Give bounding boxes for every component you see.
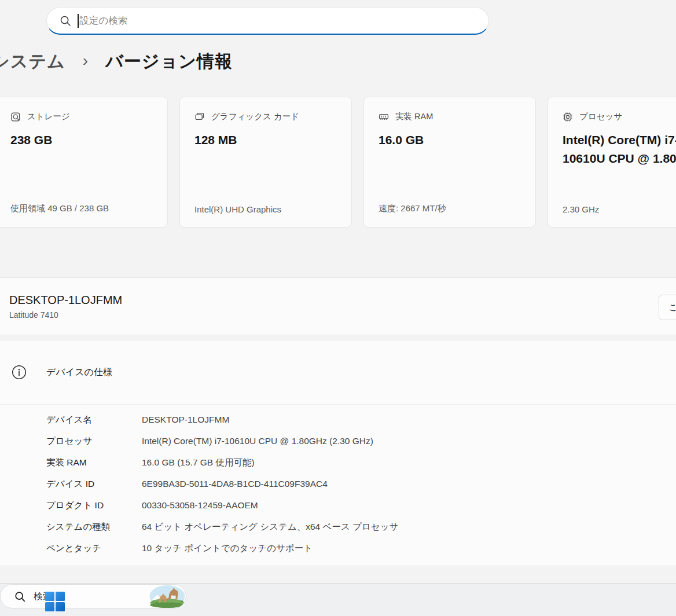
search-placeholder: 設定の検索	[80, 14, 128, 27]
spec-value: 10 タッチ ポイントでのタッチのサポート	[142, 542, 313, 554]
spec-label: ペンとタッチ	[46, 542, 142, 554]
processor-icon	[563, 112, 573, 122]
spec-value: Intel(R) Core(TM) i7-10610U CPU @ 1.80GH…	[142, 435, 373, 447]
spec-value: 6E99BA3D-5011-4DA8-B1CD-411C09F39AC4	[142, 478, 328, 490]
page-title: バージョン情報	[105, 50, 233, 74]
info-icon	[12, 365, 27, 380]
graphics-card: グラフィックス カード 128 MB Intel(R) UHD Graphics	[179, 97, 352, 228]
start-button[interactable]	[45, 592, 65, 611]
card-footer: 速度: 2667 MT/秒	[379, 203, 521, 214]
spec-value: DESKTOP-1LOJFMM	[142, 414, 229, 426]
spec-label: デバイス名	[46, 414, 142, 426]
settings-search-input[interactable]: 設定の検索	[46, 7, 489, 35]
card-footer: Intel(R) UHD Graphics	[194, 204, 337, 214]
breadcrumb-system[interactable]: システム	[0, 50, 65, 74]
device-name-section: DESKTOP-1LOJFMM Latitude 7410 この PC の名前を…	[0, 277, 676, 335]
taskbar: 検索	[0, 584, 676, 616]
card-value: 238 GB	[10, 131, 153, 149]
card-label: ストレージ	[27, 111, 70, 122]
spec-row: システムの種類 64 ビット オペレーティング システム、x64 ベース プロセ…	[46, 521, 676, 533]
spec-row: ペンとタッチ 10 タッチ ポイントでのタッチのサポート	[46, 542, 676, 554]
rename-pc-button[interactable]: この PC の名前を変更	[659, 295, 676, 320]
processor-card: プロセッサ Intel(R) Core(TM) i7-10610U CPU @ …	[548, 97, 676, 228]
spec-label: システムの種類	[46, 521, 142, 533]
card-footer: 2.30 GHz	[563, 204, 676, 214]
taskbar-search[interactable]: 検索	[0, 584, 186, 608]
spec-label: 実装 RAM	[46, 457, 142, 468]
spec-value: 64 ビット オペレーティング システム、x64 ベース プロセッサ	[142, 521, 398, 533]
windows-logo-icon	[45, 592, 65, 611]
ram-card: 実装 RAM 16.0 GB 速度: 2667 MT/秒	[363, 97, 536, 228]
graphics-card-icon	[194, 112, 205, 122]
device-specs-expander[interactable]: デバイスの仕様	[0, 340, 676, 404]
device-name: DESKTOP-1LOJFMM	[9, 292, 676, 307]
card-label: グラフィックス カード	[211, 111, 299, 122]
spec-label: プロダクト ID	[46, 500, 142, 511]
device-specs-section: デバイスの仕様 デバイス名 DESKTOP-1LOJFMM プロセッサ Inte…	[0, 340, 676, 566]
search-icon	[14, 591, 25, 602]
bing-kangaroo-illustration-icon	[146, 585, 186, 608]
card-value: Intel(R) Core(TM) i7-10610U CPU @ 1.80GH…	[563, 131, 676, 168]
settings-window: 設定の検索 システム › バージョン情報 ストレージ 238 GB 使用領域 4…	[0, 0, 676, 616]
device-specs-list: デバイス名 DESKTOP-1LOJFMM プロセッサ Intel(R) Cor…	[0, 405, 676, 554]
summary-cards: ストレージ 238 GB 使用領域 49 GB / 238 GB グラフィックス…	[0, 97, 676, 228]
spec-label: デバイス ID	[46, 478, 142, 490]
card-label: プロセッサ	[579, 111, 622, 122]
card-footer: 使用領域 49 GB / 238 GB	[10, 203, 153, 214]
breadcrumb-chevron-icon: ›	[83, 52, 88, 70]
storage-card: ストレージ 238 GB 使用領域 49 GB / 238 GB	[0, 97, 168, 228]
device-specs-title: デバイスの仕様	[46, 366, 112, 379]
spec-value: 16.0 GB (15.7 GB 使用可能)	[142, 457, 255, 468]
storage-icon	[10, 112, 21, 122]
search-icon	[60, 15, 71, 27]
card-label: 実装 RAM	[395, 111, 433, 122]
spec-value: 00330-53058-12459-AAOEM	[142, 500, 258, 511]
breadcrumb: システム › バージョン情報	[0, 50, 233, 74]
device-model: Latitude 7410	[9, 309, 676, 321]
card-value: 128 MB	[194, 131, 337, 149]
spec-row: デバイス名 DESKTOP-1LOJFMM	[46, 414, 676, 426]
ram-icon	[379, 112, 389, 122]
spec-row: 実装 RAM 16.0 GB (15.7 GB 使用可能)	[46, 457, 676, 468]
spec-label: プロセッサ	[46, 435, 142, 447]
spec-row: プロセッサ Intel(R) Core(TM) i7-10610U CPU @ …	[46, 435, 676, 447]
spec-row: デバイス ID 6E99BA3D-5011-4DA8-B1CD-411C09F3…	[46, 478, 676, 490]
card-value: 16.0 GB	[379, 131, 521, 149]
text-cursor	[78, 14, 79, 28]
spec-row: プロダクト ID 00330-53058-12459-AAOEM	[46, 500, 676, 511]
